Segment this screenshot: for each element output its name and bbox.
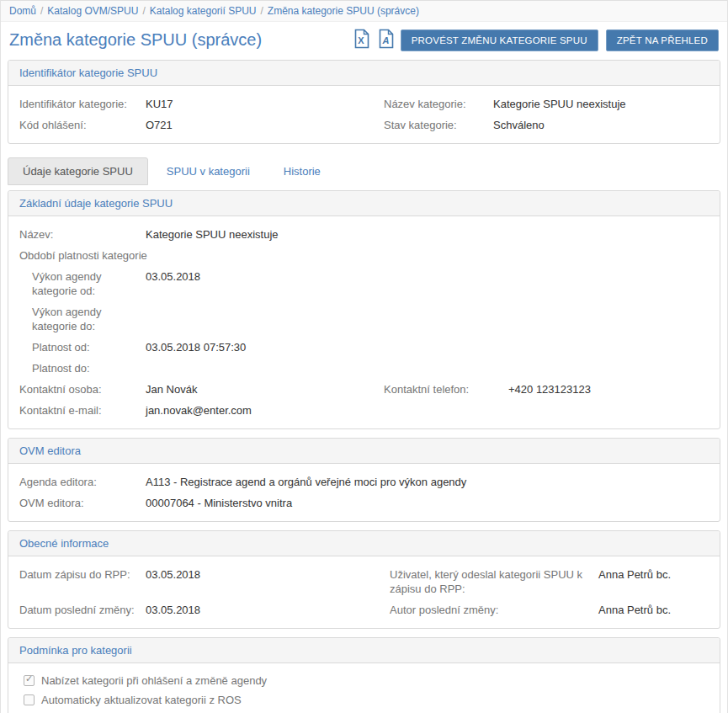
editor-section-title: OVM editora (8, 439, 720, 464)
breadcrumb-current-page[interactable]: Změna kategorie SPUU (správce) (268, 5, 419, 17)
general-section: Obecné informace Datum zápisu do RPP: 03… (8, 530, 720, 629)
field-value-kontaktni-telefon: +420 123123123 (508, 382, 591, 396)
field-label: Výkon agendy kategorie do: (32, 305, 146, 333)
page: Domů/Katalog OVM/SPUU/Katalog kategorií … (0, 0, 728, 713)
checkbox-label: Nabízet kategorii při ohlášení a změně a… (41, 674, 267, 687)
field-value-datum-zapisu: 03.05.2018 (146, 567, 200, 582)
field-label: Výkon agendy kategorie od: (32, 269, 146, 298)
page-title: Změna kategorie SPUU (správce) (9, 30, 262, 50)
field-label: Název kategorie: (384, 97, 493, 111)
checkbox-row-nabizet-kategorii: Nabízet kategorii při ohlášení a změně a… (19, 671, 709, 690)
field-label: Období platnosti kategorie (19, 248, 147, 263)
title-actions: X A PROVÉST ZMĚNU KATEGORIE SPUU ZPĚT NA… (352, 29, 719, 51)
excel-export-button[interactable]: X (352, 29, 372, 51)
condition-checkbox-0[interactable] (24, 675, 35, 686)
field-label: Platnost do: (32, 361, 146, 375)
tab-spuu-v-kategorii[interactable]: SPUU v kategorii (151, 157, 265, 185)
field-value-datum-posledni-zmeny: 03.05.2018 (146, 603, 200, 617)
general-row-1: Datum zápisu do RPP: 03.05.2018 Uživatel… (19, 564, 709, 599)
pdf-export-button[interactable]: A (376, 29, 396, 51)
field-platnost-od: Platnost od: 03.05.2018 07:57:30 (19, 337, 709, 358)
identifier-section: Identifikátor kategorie SPUU Identifikát… (8, 60, 720, 144)
field-value: KU17 (146, 97, 173, 111)
field-label: Kód ohlášení: (19, 118, 146, 132)
field-kontaktni-email: Kontaktní e-mail: jan.novak@enter.com (19, 400, 709, 421)
field-vykon-agendy-do: Výkon agendy kategorie do: (19, 301, 709, 337)
general-row-2: Datum poslední změny: 03.05.2018 Autor p… (19, 599, 709, 620)
field-value-uzivatel-odeslal: Anna Petrů bc. (598, 567, 671, 596)
field-label: Kontaktní e-mail: (19, 403, 146, 418)
title-row: Změna kategorie SPUU (správce) X A PROVÉ… (1, 22, 727, 60)
field-value: Jan Novák (146, 382, 384, 396)
field-value: A113 - Registrace agend a orgánů veřejné… (146, 475, 466, 489)
editor-section: OVM editora Agenda editora: A113 - Regis… (8, 438, 720, 522)
field-label: Kontaktní osoba: (19, 382, 146, 396)
field-value-autor-posledni-zmeny: Anna Petrů bc. (598, 603, 671, 617)
identifier-section-title: Identifikátor kategorie SPUU (8, 61, 720, 86)
tab-bar: Údaje kategorie SPUU SPUU v kategorii Hi… (1, 152, 727, 185)
pdf-icon: A (378, 29, 395, 51)
field-label: Platnost od: (32, 340, 146, 354)
field-label-datum-zapisu: Datum zápisu do RPP: (19, 567, 146, 582)
tab-udaje-kategorie-spuu[interactable]: Údaje kategorie SPUU (8, 157, 148, 185)
breadcrumb-separator: / (40, 5, 43, 17)
checkbox-row-automaticky-aktualizovat: Automaticky aktualizovat kategorii z ROS (19, 690, 709, 710)
field-platnost-do: Platnost do: (19, 358, 709, 379)
identifier-right-column: Název kategorie: Kategorie SPUU neexistu… (384, 93, 709, 136)
condition-section: Podmínka pro kategorii Nabízet kategorii… (8, 637, 720, 713)
svg-text:A: A (381, 35, 389, 45)
field-value: jan.novak@enter.com (146, 403, 252, 418)
field-identifikator-kategorie: Identifikátor kategorie: KU17 (19, 93, 384, 114)
tab-historie[interactable]: Historie (268, 157, 336, 185)
field-vykon-agendy-od: Výkon agendy kategorie od: 03.05.2018 (19, 266, 709, 301)
field-ovm-editora: OVM editora: 00007064 - Ministerstvo vni… (19, 492, 709, 513)
field-agenda-editora: Agenda editora: A113 - Registrace agend … (19, 471, 709, 492)
svg-text:X: X (358, 35, 364, 45)
basic-section: Základní údaje kategorie SPUU Název: Kat… (8, 190, 720, 429)
group-label-obdobi-platnosti: Období platnosti kategorie (19, 245, 709, 266)
field-value: 00007064 - Ministerstvo vnitra (146, 496, 292, 510)
field-kontaktni-osoba: Kontaktní osoba: Jan Novák Kontaktní tel… (19, 379, 709, 400)
field-label-autor-posledni-zmeny: Autor poslední změny: (390, 603, 598, 617)
general-section-title: Obecné informace (8, 531, 720, 556)
breadcrumb-link-katalog-kategorii-spuu[interactable]: Katalog kategorií SPUU (150, 5, 257, 17)
field-value: O721 (146, 118, 173, 132)
field-stav-kategorie: Stav kategorie: Schváleno (384, 114, 709, 136)
field-nazev-kategorie: Název kategorie: Kategorie SPUU neexistu… (384, 93, 709, 114)
zpet-na-prehled-button[interactable]: ZPĚT NA PŘEHLED (606, 29, 719, 51)
field-value: Schváleno (493, 118, 545, 132)
condition-section-title: Podmínka pro kategorii (8, 638, 720, 663)
basic-section-title: Základní údaje kategorie SPUU (8, 191, 720, 216)
breadcrumb: Domů/Katalog OVM/SPUU/Katalog kategorií … (1, 0, 727, 22)
field-nazev: Název: Kategorie SPUU neexistuje (19, 224, 709, 245)
field-label-kontaktni-telefon: Kontaktní telefon: (384, 382, 508, 396)
field-label: Identifikátor kategorie: (19, 97, 146, 111)
field-label: Název: (19, 227, 146, 242)
excel-icon: X (353, 29, 370, 51)
field-value: 03.05.2018 07:57:30 (146, 340, 246, 354)
field-label: Agenda editora: (19, 475, 146, 489)
field-kod-ohlaseni: Kód ohlášení: O721 (19, 114, 384, 136)
field-label-datum-posledni-zmeny: Datum poslední změny: (19, 603, 146, 617)
breadcrumb-link-home[interactable]: Domů (9, 5, 36, 17)
breadcrumb-link-katalog-ovm-spuu[interactable]: Katalog OVM/SPUU (47, 5, 138, 17)
field-value: Kategorie SPUU neexistuje (493, 97, 626, 111)
condition-checkbox-1[interactable] (24, 694, 35, 705)
identifier-left-column: Identifikátor kategorie: KU17 Kód ohláše… (19, 93, 384, 136)
breadcrumb-separator: / (142, 5, 145, 17)
field-label-uzivatel-odeslal: Uživatel, který odeslal kategorii SPUU k… (390, 567, 598, 596)
field-label: OVM editora: (19, 496, 146, 510)
breadcrumb-separator: / (260, 5, 263, 17)
field-pravni-forma: Právní forma: (19, 710, 709, 713)
field-value: Kategorie SPUU neexistuje (146, 227, 279, 242)
field-value: 03.05.2018 (146, 269, 200, 284)
field-label: Stav kategorie: (384, 118, 493, 132)
checkbox-label: Automaticky aktualizovat kategorii z ROS (41, 694, 242, 706)
provest-zmenu-kategorie-spuu-button[interactable]: PROVÉST ZMĚNU KATEGORIE SPUU (401, 29, 598, 51)
